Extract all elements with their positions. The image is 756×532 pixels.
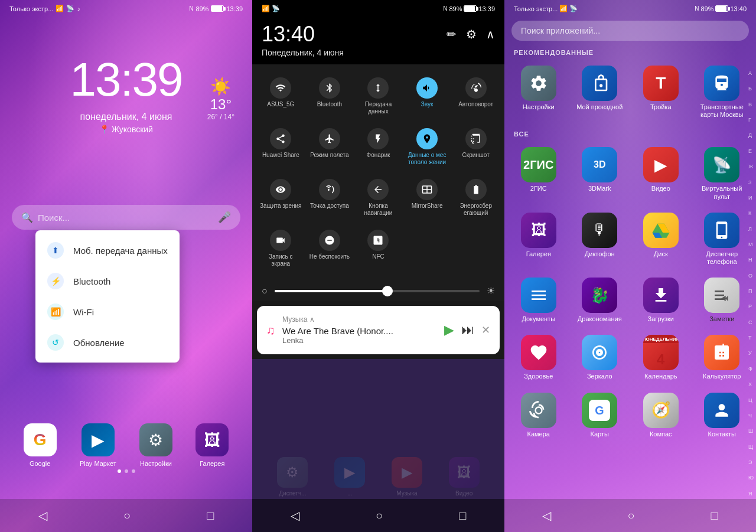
qs-battery-save[interactable]: Энергосбер егающий bbox=[452, 173, 500, 223]
az-u[interactable]: У bbox=[747, 351, 755, 356]
app-downloads[interactable]: Загрузки bbox=[631, 273, 690, 328]
app-calculator[interactable]: Калькулятор bbox=[693, 330, 752, 385]
app-health[interactable]: Здоровье bbox=[509, 330, 568, 385]
shade-home-button[interactable]: ○ bbox=[369, 502, 390, 530]
qs-eyeprotect[interactable]: Защита зрения bbox=[257, 173, 305, 223]
app-compass[interactable]: 🧭 Компас bbox=[631, 388, 690, 443]
qs-rotate[interactable]: Автоповорот bbox=[452, 71, 500, 121]
app-phonemanager-label: Диспетчер телефона bbox=[695, 250, 750, 266]
az-f[interactable]: Ф bbox=[747, 367, 755, 372]
az-b[interactable]: Б bbox=[747, 86, 755, 92]
brightness-row[interactable]: ○ ☀ bbox=[252, 280, 504, 301]
az-o[interactable]: О bbox=[747, 273, 755, 279]
app-draco[interactable]: 🐉 Дракономания bbox=[571, 273, 630, 328]
recents-button[interactable]: □ bbox=[200, 502, 221, 530]
qs-wifi[interactable]: ASUS_5G bbox=[257, 71, 305, 121]
expand-icon[interactable]: ∧ bbox=[486, 27, 495, 41]
brightness-slider[interactable] bbox=[275, 290, 480, 292]
qs-screenshot[interactable]: Скриншот bbox=[452, 122, 500, 172]
lock-search-bar[interactable]: 🔍 Поиск... 🎤 bbox=[12, 205, 240, 230]
az-sh[interactable]: Ш bbox=[747, 429, 755, 434]
az-g[interactable]: Г bbox=[747, 118, 755, 123]
music-close-button[interactable]: ✕ bbox=[481, 324, 490, 337]
az-zh[interactable]: Ж bbox=[747, 164, 755, 169]
az-v[interactable]: В bbox=[747, 102, 755, 107]
shade-back-button[interactable]: ◁ bbox=[284, 501, 307, 530]
qs-flashlight[interactable]: Фонарик bbox=[354, 122, 402, 172]
app-play[interactable]: ▶ Play Маркет bbox=[80, 423, 116, 467]
qs-bluetooth[interactable]: Bluetooth bbox=[306, 71, 354, 121]
gear-icon[interactable]: ⚙ bbox=[466, 27, 477, 41]
az-ch[interactable]: Ч bbox=[747, 413, 755, 419]
back-button[interactable]: ◁ bbox=[31, 501, 54, 530]
az-n[interactable]: Н bbox=[747, 257, 755, 263]
az-shch[interactable]: Щ bbox=[747, 445, 755, 450]
app-notes[interactable]: Заметки bbox=[693, 273, 752, 328]
qs-nfc[interactable]: NFC bbox=[354, 224, 402, 273]
app-transport-drawer[interactable]: Транспортные карты Москвы bbox=[693, 61, 752, 123]
music-play-button[interactable]: ▶ bbox=[444, 322, 454, 338]
qs-hotspot[interactable]: Точка доступа bbox=[306, 173, 354, 223]
app-gallery-drawer[interactable]: 🖼 Галерея bbox=[509, 208, 568, 270]
app-camera[interactable]: Камера bbox=[509, 388, 568, 443]
az-i[interactable]: И bbox=[747, 195, 755, 201]
az-p[interactable]: П bbox=[747, 289, 755, 294]
az-a[interactable]: А bbox=[747, 71, 755, 76]
mic-icon[interactable]: 🎤 bbox=[218, 211, 231, 224]
app-mirror[interactable]: Зеркало bbox=[571, 330, 630, 385]
app-calendar[interactable]: ПОНЕДЕЛЬНИК 4 Календарь bbox=[631, 330, 690, 385]
app-troika-drawer[interactable]: Т Тройка bbox=[631, 61, 690, 123]
qs-sound[interactable]: Звук bbox=[403, 71, 451, 121]
app-gallery[interactable]: 🖼 Галерея bbox=[195, 423, 229, 467]
qs-airplane[interactable]: Режим полета bbox=[306, 122, 354, 172]
app-recorder[interactable]: 🎙 Диктофон bbox=[571, 208, 630, 270]
ctx-item-data[interactable]: ⬆ Моб. передача данных bbox=[35, 235, 180, 266]
app-maps[interactable]: G Карты bbox=[571, 388, 630, 443]
qs-data[interactable]: Передача данных bbox=[354, 71, 402, 121]
app-phonemanager[interactable]: Диспетчер телефона bbox=[693, 208, 752, 270]
az-t[interactable]: Т bbox=[747, 335, 755, 341]
app-2gis[interactable]: 2ГИС 2ГИС bbox=[509, 142, 568, 205]
app-myticket-drawer[interactable]: Мой проездной bbox=[571, 61, 630, 123]
ctx-item-update[interactable]: ↺ Обновление bbox=[35, 327, 180, 358]
qs-share[interactable]: Huawei Share bbox=[257, 122, 305, 172]
drawer-back-button[interactable]: ◁ bbox=[535, 501, 558, 530]
app-google[interactable]: G Google bbox=[24, 423, 57, 467]
qs-navbutton[interactable]: Кнопка навигации bbox=[354, 173, 402, 223]
music-next-button[interactable]: ⏭ bbox=[461, 322, 474, 338]
az-s[interactable]: С bbox=[747, 320, 755, 325]
az-yu[interactable]: Ю bbox=[747, 475, 755, 481]
az-k[interactable]: К bbox=[747, 211, 755, 216]
drawer-search-placeholder: Поиск приложений... bbox=[521, 26, 600, 35]
app-3dmark[interactable]: 3D 3DMark bbox=[571, 142, 630, 205]
az-m[interactable]: М bbox=[747, 242, 755, 247]
qs-screenrecord[interactable]: Запись с экрана bbox=[257, 224, 305, 273]
app-drive[interactable]: Диск bbox=[631, 208, 690, 270]
drawer-recents-button[interactable]: □ bbox=[703, 502, 725, 530]
home-button[interactable]: ○ bbox=[116, 502, 138, 530]
app-settings[interactable]: ⚙ Настройки bbox=[139, 423, 172, 467]
app-contacts[interactable]: Контакты bbox=[693, 388, 752, 443]
qs-dnd[interactable]: Не беспокоить bbox=[306, 224, 354, 273]
az-e2[interactable]: Э bbox=[747, 460, 755, 465]
app-video[interactable]: ▶ Видео bbox=[631, 142, 690, 205]
ctx-item-wifi[interactable]: 📶 Wi-Fi bbox=[35, 296, 180, 327]
shade-recents-button[interactable]: □ bbox=[452, 502, 473, 530]
az-l[interactable]: Л bbox=[747, 227, 755, 232]
az-r[interactable]: Р bbox=[747, 304, 755, 309]
az-ts[interactable]: Ц bbox=[747, 398, 755, 403]
az-d[interactable]: Д bbox=[747, 133, 755, 138]
az-ya[interactable]: Я bbox=[747, 491, 755, 497]
qs-mirror[interactable]: MirrorShare bbox=[403, 173, 451, 223]
az-h[interactable]: Х bbox=[747, 382, 755, 387]
az-z[interactable]: З bbox=[747, 180, 755, 185]
az-e[interactable]: Е bbox=[747, 149, 755, 154]
drawer-search-bar[interactable]: Поиск приложений... bbox=[511, 21, 749, 41]
qs-location[interactable]: Данные о мес тополо жении bbox=[403, 122, 451, 172]
app-virtualremote[interactable]: 📡 Виртуальный пульт bbox=[693, 142, 752, 205]
app-settings-drawer[interactable]: Настройки bbox=[509, 61, 568, 123]
drawer-home-button[interactable]: ○ bbox=[620, 502, 641, 530]
edit-icon[interactable]: ✏ bbox=[447, 27, 457, 41]
app-docs[interactable]: Документы bbox=[509, 273, 568, 328]
ctx-item-bluetooth[interactable]: ⚡ Bluetooth bbox=[35, 266, 180, 296]
